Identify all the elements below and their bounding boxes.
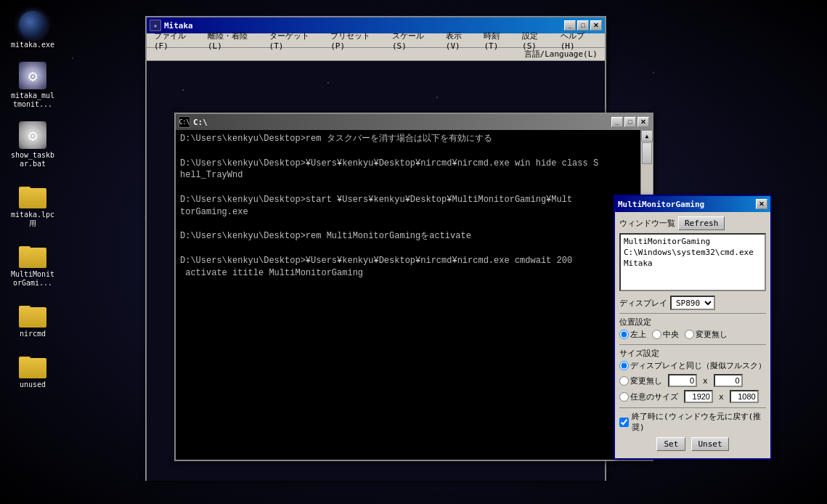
cmd-line-2b: hell_TrayWnd: [180, 169, 636, 182]
mmg-position-topleft-label: 左上: [630, 329, 646, 340]
mmg-size-nochange-w[interactable]: [668, 374, 697, 387]
icon-multimonitorgami[interactable]: MultiMonitorGami...: [7, 237, 58, 290]
menu-preset[interactable]: プリセット(P): [326, 33, 388, 47]
mmg-list-item-cmd[interactable]: C:\Windows\system32\cmd.exe: [622, 247, 763, 258]
mmg-position-nochange[interactable]: 変更無し: [685, 329, 728, 340]
divider-2: [619, 344, 766, 345]
cmd-line-blank4: [180, 243, 636, 255]
gear-icon: ⚙: [19, 62, 46, 89]
mmg-size-fullscreen[interactable]: ディスプレイと同じ（擬似フルスク）: [619, 360, 766, 371]
mmg-size-fullscreen-radio[interactable]: [619, 361, 629, 370]
icon-label-mitaka-exe: mitaka.exe: [11, 41, 54, 49]
mmg-size-custom-h[interactable]: [730, 390, 759, 403]
scrollbar-thumb[interactable]: [642, 142, 652, 164]
cmd-close-btn[interactable]: ✕: [637, 117, 649, 127]
mmg-window-list[interactable]: MultiMonitorGaming C:\Windows\system32\c…: [619, 233, 766, 291]
cmd-line-2: D:\Users\kenkyu\Desktop>¥Users¥kenkyu¥De…: [180, 158, 636, 170]
mmg-list-item-mmg[interactable]: MultiMonitorGaming: [622, 236, 763, 247]
mmg-position-topleft-radio[interactable]: [619, 330, 629, 339]
folder-icon-mitaka-lpc: [19, 181, 46, 208]
mmg-size-custom[interactable]: 任意のサイズ: [619, 391, 678, 402]
mitaka-minimize-btn[interactable]: _: [564, 20, 576, 31]
mmg-size-nochange-h[interactable]: [714, 374, 743, 387]
menu-help[interactable]: ヘルプ(H): [556, 33, 602, 47]
icon-label-mitaka-multmonit: mitaka_multmonit...: [10, 92, 55, 109]
icon-nircmd[interactable]: nircmd: [7, 296, 58, 341]
mmg-position-nochange-radio[interactable]: [685, 330, 694, 339]
mmg-display-select[interactable]: SP890: [670, 296, 715, 310]
mmg-button-row: Set Unset: [619, 437, 766, 451]
folder-icon-mmg: [19, 240, 46, 268]
mmg-titlebar-controls: ✕: [756, 199, 767, 209]
cmd-title-icon: C:\: [179, 116, 190, 128]
desktop: mitaka.exe ⚙ mitaka_multmonit... ⚙ show_…: [0, 0, 827, 504]
mitaka-maximize-btn[interactable]: □: [577, 20, 589, 31]
icon-show-taskbar-bat[interactable]: ⚙ show_taskbar.bat: [7, 118, 58, 171]
cmd-window: C:\ C:\ _ □ ✕ D:\Users\kenkyu\Desktop>re…: [174, 113, 653, 461]
folder-icon-unused: [19, 351, 46, 378]
mmg-position-topleft[interactable]: 左上: [619, 329, 646, 340]
icon-label-mmg: MultiMonitorGami...: [10, 270, 55, 288]
mmg-list-item-mitaka[interactable]: Mitaka: [622, 258, 763, 269]
mmg-position-center-label: 中央: [663, 329, 679, 340]
menu-language[interactable]: 言語/Language(L): [520, 48, 602, 60]
menu-settings[interactable]: 設定(S): [518, 33, 556, 47]
menu-target[interactable]: ターゲット(T): [265, 33, 327, 47]
mmg-size-x1: x: [703, 376, 708, 386]
mmg-position-center[interactable]: 中央: [652, 329, 679, 340]
mmg-titlebar[interactable]: MultiMonitorGaming ✕: [615, 196, 770, 212]
menu-file[interactable]: ファイル(F): [150, 33, 203, 47]
mmg-size-row3: 任意のサイズ x: [619, 390, 766, 403]
mmg-restore-checkbox[interactable]: [619, 418, 629, 427]
cmd-inner: D:\Users\kenkyu\Desktop>rem タスクバーを消す場合は以…: [176, 130, 640, 460]
icon-unused[interactable]: unused: [7, 347, 58, 392]
cmd-line-4: D:\Users\kenkyu\Desktop>rem MultiMonitor…: [180, 230, 636, 243]
cmd-line-blank1: [180, 145, 636, 158]
cmd-content[interactable]: D:\Users\kenkyu\Desktop>rem タスクバーを消す場合は以…: [176, 130, 640, 444]
menu-scale[interactable]: スケール(S): [388, 33, 441, 47]
mmg-size-custom-label: 任意のサイズ: [630, 391, 678, 402]
mmg-size-custom-w[interactable]: [684, 390, 713, 403]
icon-label-nircmd: nircmd: [20, 330, 46, 338]
divider-1: [619, 313, 766, 314]
mmg-size-nochange[interactable]: 変更無し: [619, 375, 662, 386]
mmg-size-section: サイズ設定 ディスプレイと同じ（擬似フルスク） 変更無し x: [619, 348, 766, 403]
icon-label-mitaka-lpc: mitaka.lpc用: [10, 211, 55, 228]
mmg-size-nochange-label: 変更無し: [630, 375, 662, 386]
mmg-size-x2: x: [719, 392, 724, 402]
cmd-line-blank3: [180, 219, 636, 231]
mmg-window-list-row: ウィンドウ一覧 Refresh: [619, 216, 766, 230]
icon-mitaka-multmonit[interactable]: ⚙ mitaka_multmonit...: [7, 58, 58, 112]
mmg-display-label: ディスプレイ: [619, 298, 667, 309]
cmd-minimize-btn[interactable]: _: [611, 117, 623, 127]
menu-takeoff-landing[interactable]: 離陸・着陸(L): [203, 33, 265, 47]
cmd-titlebar[interactable]: C:\ C:\ _ □ ✕: [176, 114, 652, 130]
mmg-size-row1: ディスプレイと同じ（擬似フルスク）: [619, 360, 766, 371]
desktop-icons: mitaka.exe ⚙ mitaka_multmonit... ⚙ show_…: [7, 7, 58, 392]
cmd-maximize-btn[interactable]: □: [624, 117, 636, 127]
galaxy-icon: [19, 11, 46, 38]
cmd-line-5b: activate ititle MultiMonitorGaming: [180, 267, 636, 280]
mmg-close-btn[interactable]: ✕: [756, 199, 767, 209]
cmd-line-1: D:\Users\kenkyu\Desktop>rem タスクバーを消す場合は以…: [180, 133, 636, 145]
mitaka-close-btn[interactable]: ✕: [590, 20, 602, 31]
mmg-set-btn[interactable]: Set: [656, 437, 685, 451]
icon-mitaka-lpc[interactable]: mitaka.lpc用: [7, 177, 58, 231]
menu-time[interactable]: 時刻(T): [479, 33, 518, 47]
icon-mitaka-exe[interactable]: mitaka.exe: [7, 7, 58, 52]
cmd-title-text: C:\: [193, 118, 611, 127]
mmg-window-list-label: ウィンドウ一覧: [619, 218, 675, 229]
mmg-size-custom-radio[interactable]: [619, 392, 629, 402]
mmg-dialog: MultiMonitorGaming ✕ ウィンドウ一覧 Refresh Mul…: [614, 195, 772, 460]
mmg-position-label: 位置設定: [619, 317, 766, 328]
bat-icon: ⚙: [19, 121, 46, 149]
divider-3: [619, 407, 766, 408]
menu-view[interactable]: 表示(V): [441, 33, 480, 47]
mmg-position-center-radio[interactable]: [652, 330, 661, 339]
scrollbar-up-btn[interactable]: ▲: [641, 130, 653, 142]
mmg-refresh-btn[interactable]: Refresh: [678, 216, 725, 230]
cmd-titlebar-controls: _ □ ✕: [611, 117, 649, 127]
mmg-unset-btn[interactable]: Unset: [691, 437, 728, 451]
mmg-size-nochange-radio[interactable]: [619, 376, 629, 386]
mmg-position-nochange-label: 変更無し: [696, 329, 728, 340]
